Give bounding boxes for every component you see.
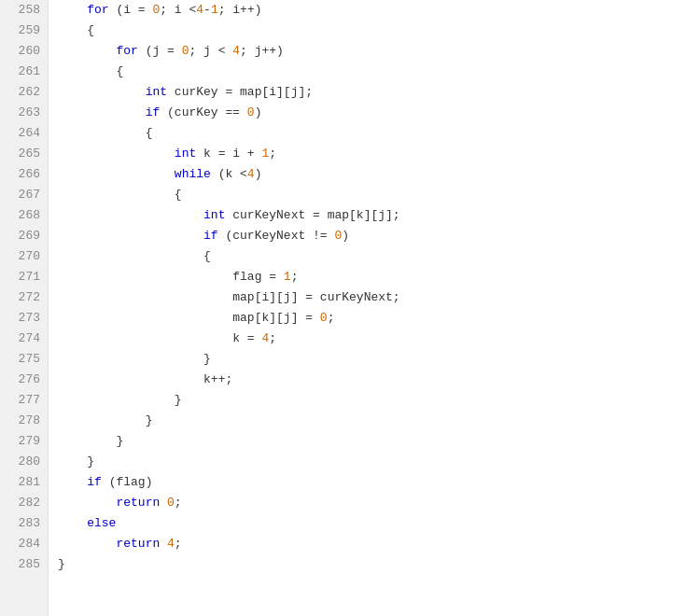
code-line: while (k <4) [58,164,691,185]
code-line: } [58,554,691,575]
code-line: } [58,431,691,452]
code-line: if (curKey == 0) [58,103,691,123]
code-line: int curKeyNext = map[k][j]; [58,205,691,226]
code-line: return 4; [58,534,691,554]
line-number: 267 [7,185,40,205]
line-number: 273 [7,308,40,329]
line-number: 280 [7,452,40,472]
code-line: for (j = 0; j < 4; j++) [58,41,691,62]
code-line: } [58,349,691,370]
line-number: 278 [7,411,40,431]
code-line: for (i = 0; i <4-1; i++) [58,0,691,21]
line-number: 282 [7,493,40,513]
code-line: flag = 1; [58,267,691,287]
code-line: if (curKeyNext != 0) [58,226,691,246]
code-line: } [58,390,691,411]
line-number: 268 [7,205,40,226]
line-number: 269 [7,226,40,246]
line-number: 263 [7,103,40,123]
code-line: { [58,21,691,41]
code-line: } [58,411,691,431]
line-number: 285 [7,554,40,575]
line-number: 281 [7,472,40,493]
code-line: { [58,123,691,144]
line-number: 283 [7,513,40,534]
code-line: k = 4; [58,329,691,349]
code-line: } [58,452,691,472]
code-line: map[i][j] = curKeyNext; [58,287,691,308]
line-number: 275 [7,349,40,370]
code-line: else [58,513,691,534]
line-number-column: 2582592602612622632642652662672682692702… [0,0,49,616]
code-line: k++; [58,370,691,390]
line-number: 274 [7,329,40,349]
line-number: 258 [7,0,40,21]
code-line: { [58,185,691,205]
line-number: 270 [7,246,40,267]
code-line: int curKey = map[i][j]; [58,82,691,103]
line-number: 259 [7,21,40,41]
line-number: 262 [7,82,40,103]
line-number: 284 [7,534,40,554]
line-number: 264 [7,123,40,144]
line-number: 272 [7,287,40,308]
code-line: { [58,246,691,267]
code-line: return 0; [58,493,691,513]
code-line: map[k][j] = 0; [58,308,691,329]
code-line: int k = i + 1; [58,144,691,164]
line-number: 260 [7,41,40,62]
line-number: 266 [7,164,40,185]
line-number: 279 [7,431,40,452]
line-number: 271 [7,267,40,287]
line-number: 276 [7,370,40,390]
code-content: for (i = 0; i <4-1; i++) { for (j = 0; j… [49,0,700,616]
line-number: 265 [7,144,40,164]
line-number: 261 [7,62,40,82]
line-number: 277 [7,390,40,411]
code-editor: 2582592602612622632642652662672682692702… [0,0,700,616]
code-line: if (flag) [58,472,691,493]
code-line: { [58,62,691,82]
